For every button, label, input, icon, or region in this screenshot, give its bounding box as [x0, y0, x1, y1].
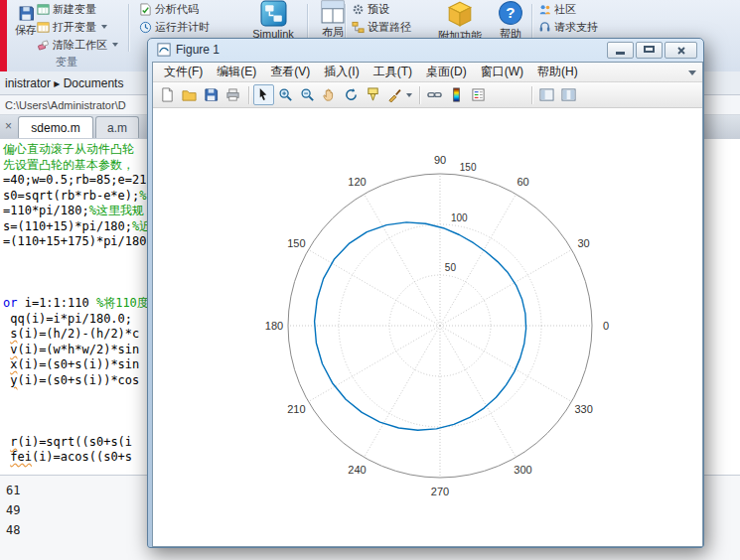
save-icon [18, 5, 35, 22]
help-button[interactable]: ? 帮助 [491, 0, 530, 42]
layout-button[interactable]: 布局 [313, 0, 353, 40]
analyze-code-label: 分析代码 [155, 2, 199, 17]
angle-tick-label: 30 [578, 237, 590, 249]
menu-item[interactable]: 编辑(E) [210, 64, 263, 80]
layout-icon [321, 0, 345, 24]
help-icon: ? [498, 0, 523, 26]
tab-a[interactable]: a.m [95, 116, 139, 138]
angle-tick-label: 120 [348, 176, 366, 188]
file-path: C:\Users\Administrator\D [5, 99, 126, 111]
rotate-3d-button[interactable] [341, 84, 362, 105]
hide-plot-tools-icon [539, 87, 554, 102]
link-plot-icon [427, 87, 442, 102]
maximize-icon [644, 46, 655, 53]
editor-close-icon[interactable]: × [5, 119, 12, 133]
brush-dropdown-icon[interactable] [406, 93, 412, 97]
angle-tick-label: 210 [287, 403, 305, 415]
close-icon [676, 46, 686, 56]
set-path-icon [352, 21, 365, 34]
radius-tick-label: 100 [451, 212, 468, 223]
radius-tick-label: 150 [460, 162, 477, 173]
menu-item[interactable]: 工具(T) [367, 64, 419, 80]
figure-titlebar[interactable]: Figure 1 [148, 39, 703, 62]
toolbar-separator [531, 86, 532, 104]
legend-icon [471, 87, 486, 102]
insert-legend-button[interactable] [468, 84, 489, 105]
save-figure-icon [204, 87, 219, 102]
link-plot-button[interactable] [424, 84, 445, 105]
toolbar-separator [248, 86, 249, 104]
show-plot-tools-icon [561, 87, 576, 102]
insert-colorbar-button[interactable] [446, 84, 467, 105]
addons-cube-icon [446, 0, 474, 28]
print-figure-icon [225, 87, 240, 102]
figure-toolbar [153, 82, 702, 108]
pan-button[interactable] [319, 84, 340, 105]
menu-item[interactable]: 插入(I) [317, 64, 366, 80]
analyze-code-button[interactable]: 分析代码 [139, 1, 199, 17]
minimize-icon [616, 52, 625, 55]
print-figure-button[interactable] [222, 84, 243, 105]
preferences-button[interactable]: 预设 [352, 1, 389, 17]
angle-tick-label: 270 [431, 486, 449, 497]
zoom-in-button[interactable] [275, 84, 296, 105]
brush-data-button[interactable] [384, 84, 405, 105]
angle-tick-label: 330 [574, 403, 592, 415]
angle-tick-label: 180 [265, 320, 283, 332]
figure-client-area: 文件(F)编辑(E)查看(V)插入(I)工具(T)桌面(D)窗口(W)帮助(H) [152, 62, 703, 547]
clear-workspace-label: 清除工作区 [53, 38, 107, 53]
polar-plot: 030609012015018021024027030033050100150 [153, 108, 702, 546]
brush-icon [387, 87, 402, 102]
request-support-button[interactable]: 请求支持 [538, 19, 598, 35]
new-figure-icon [160, 87, 175, 102]
new-variable-button[interactable]: 新建变量 [37, 1, 96, 17]
zoom-out-icon [300, 87, 315, 102]
simulink-button[interactable]: Simulink [243, 0, 303, 40]
simulink-icon [260, 0, 287, 27]
tab-label: sdemo.m [31, 121, 79, 135]
zoom-out-button[interactable] [297, 84, 318, 105]
new-figure-button[interactable] [157, 84, 178, 105]
breadcrumb[interactable]: inistrator ▸ Documents [5, 76, 123, 90]
minimize-button[interactable] [607, 42, 634, 59]
run-and-time-icon [139, 21, 152, 34]
maximize-button[interactable] [636, 42, 663, 59]
pan-hand-icon [322, 87, 337, 102]
hide-plot-tools-button[interactable] [536, 84, 557, 105]
data-cursor-button[interactable] [363, 84, 383, 105]
menu-item[interactable]: 窗口(W) [474, 64, 530, 80]
open-variable-dropdown-icon [101, 25, 107, 29]
open-file-button[interactable] [179, 84, 200, 105]
clear-workspace-dropdown-icon [112, 43, 118, 47]
desktop-screenshot: 保存 新建变量 打开变量 清除工作区 分析代 [0, 0, 740, 560]
angle-tick-label: 0 [603, 320, 609, 332]
run-and-time-button[interactable]: 运行并计时 [139, 19, 210, 35]
tab-label: a.m [107, 121, 127, 135]
clear-workspace-icon [37, 39, 50, 52]
tab-sdemo[interactable]: sdemo.m [18, 116, 93, 138]
set-path-label: 设置路径 [368, 20, 411, 35]
open-variable-icon [37, 21, 50, 34]
open-variable-button[interactable]: 打开变量 [37, 19, 107, 35]
community-button[interactable]: 社区 [538, 1, 576, 17]
menu-item[interactable]: 帮助(H) [530, 64, 585, 80]
menu-overflow-chevron[interactable] [688, 70, 696, 75]
community-icon [538, 3, 551, 16]
menu-item[interactable]: 查看(V) [263, 64, 317, 80]
zoom-in-icon [278, 87, 293, 102]
menu-item[interactable]: 桌面(D) [419, 64, 474, 80]
set-path-button[interactable]: 设置路径 [352, 19, 411, 35]
angle-tick-label: 150 [287, 237, 305, 249]
angle-tick-label: 300 [514, 464, 531, 476]
run-and-time-label: 运行并计时 [155, 20, 210, 35]
rotate-3d-icon [344, 87, 359, 102]
menu-item[interactable]: 文件(F) [157, 64, 210, 80]
open-file-icon [182, 87, 197, 102]
edit-plot-button[interactable] [253, 84, 274, 105]
show-plot-tools-button[interactable] [558, 84, 579, 105]
community-label: 社区 [554, 2, 576, 17]
clear-workspace-button[interactable]: 清除工作区 [37, 37, 118, 53]
figure-canvas: 030609012015018021024027030033050100150 [153, 108, 702, 546]
save-figure-button[interactable] [201, 84, 222, 105]
close-button[interactable] [665, 42, 697, 59]
